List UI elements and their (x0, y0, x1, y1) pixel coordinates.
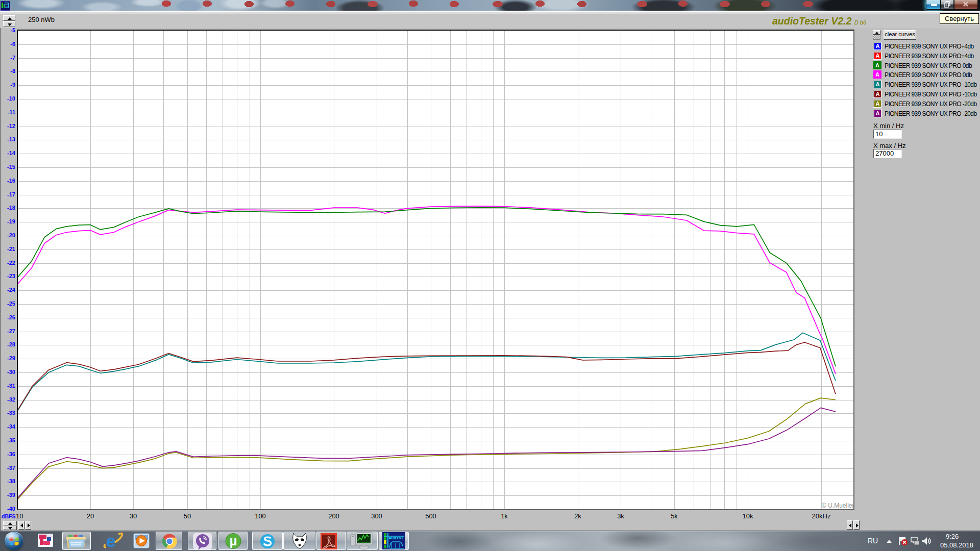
svg-text:e: e (106, 532, 116, 550)
svg-text:µ: µ (230, 533, 237, 548)
svg-text:AudioT: AudioT (389, 536, 404, 540)
